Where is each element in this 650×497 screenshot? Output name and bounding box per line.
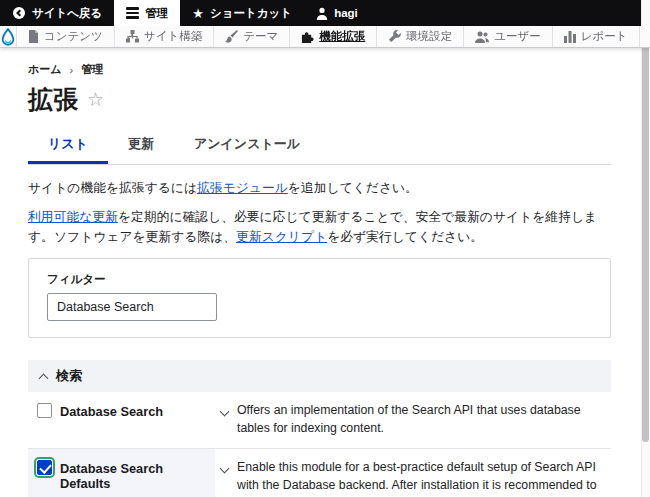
vertical-scrollbar[interactable] (641, 0, 650, 497)
menu-item-reports[interactable]: レポート (552, 26, 639, 47)
section-title: 検索 (56, 367, 82, 385)
menu-item-label: レポート (581, 29, 628, 44)
shortcuts-button[interactable]: ★ ショートカット (180, 0, 304, 26)
structure-icon (126, 30, 139, 43)
menu-item-configuration[interactable]: 環境設定 (376, 26, 463, 47)
back-arrow-icon (12, 6, 26, 20)
collapse-chevron-icon (39, 374, 49, 384)
extend-modules-link[interactable]: 拡張モジュール (197, 180, 288, 195)
back-to-site-label: サイトへ戻る (32, 6, 102, 21)
intro-paragraph-2: 利用可能な更新を定期的に確認し、必要に応じて更新することで、安全で最新のサイトを… (28, 207, 611, 247)
breadcrumb-current: 管理 (81, 62, 103, 77)
admin-toolbar: サイトへ戻る 管理 ★ ショートカット hagi (0, 0, 650, 26)
tab-uninstall[interactable]: アンインストール (174, 126, 320, 164)
intro-text-segment: を必ず実行してください。 (327, 229, 483, 244)
menu-item-label: 環境設定 (406, 29, 452, 44)
brush-icon (225, 30, 238, 43)
user-icon (316, 7, 328, 20)
menu-item-help[interactable]: ? ヘルプ (639, 26, 650, 47)
menu-item-extend[interactable]: 機能拡張 (289, 26, 376, 47)
update-script-link[interactable]: 更新スクリプト (236, 229, 327, 244)
hamburger-icon (126, 5, 139, 21)
manage-menu-button[interactable]: 管理 (114, 0, 180, 26)
shortcuts-label: ショートカット (210, 6, 292, 21)
filter-input[interactable] (47, 293, 217, 321)
page-title: 拡張 (28, 83, 79, 116)
username-label: hagi (334, 7, 358, 19)
expand-chevron-icon[interactable] (220, 407, 230, 417)
favorite-star-icon[interactable]: ☆ (87, 90, 104, 109)
bar-chart-icon (564, 31, 576, 43)
page-content: ホーム › 管理 拡張 ☆ リスト 更新 アンインストール サイトの機能を拡張す… (0, 48, 650, 497)
menu-item-structure[interactable]: サイト構築 (114, 26, 213, 47)
breadcrumb: ホーム › 管理 (28, 62, 611, 77)
menu-item-label: ユーザー (494, 29, 541, 44)
wrench-icon (388, 30, 401, 43)
puzzle-icon (301, 30, 314, 43)
menu-item-people[interactable]: ユーザー (463, 26, 552, 47)
people-icon (475, 31, 489, 43)
intro-text: サイトの機能を拡張するには拡張モジュールを追加してください。 利用可能な更新を定… (28, 178, 611, 246)
section-header-search[interactable]: 検索 (28, 360, 611, 392)
menu-item-label: サイト構築 (144, 29, 202, 44)
module-row-database-search: Database Search Offers an implementation… (28, 392, 611, 449)
filter-label: フィルター (47, 272, 592, 287)
module-checkbox[interactable] (37, 403, 52, 418)
back-to-site-button[interactable]: サイトへ戻る (0, 0, 114, 26)
primary-tabs: リスト 更新 アンインストール (28, 126, 611, 165)
tab-update[interactable]: 更新 (108, 126, 174, 164)
intro-paragraph-1: サイトの機能を拡張するには拡張モジュールを追加してください。 (28, 178, 611, 198)
filter-fieldset: フィルター (28, 258, 611, 338)
manage-label: 管理 (145, 6, 168, 21)
module-row-database-search-defaults: Database Search Defaults Enable this mod… (28, 449, 611, 497)
menu-item-label: 機能拡張 (319, 29, 365, 44)
intro-text-segment: サイトの機能を拡張するには (28, 180, 197, 195)
module-description: Enable this module for a best-practice d… (237, 459, 607, 497)
module-name: Database Search (60, 392, 215, 448)
drupal-logo[interactable] (0, 26, 16, 47)
intro-text-segment: を追加してください。 (288, 180, 418, 195)
menu-item-label: テーマ (243, 29, 278, 44)
module-description: Offers an implementation of the Search A… (237, 402, 607, 438)
module-name: Database Search Defaults (60, 449, 215, 497)
menu-item-label: コンテンツ (44, 29, 103, 44)
breadcrumb-home-link[interactable]: ホーム (28, 62, 62, 77)
tab-list[interactable]: リスト (28, 126, 108, 164)
document-icon (28, 30, 39, 43)
star-icon: ★ (192, 7, 204, 20)
breadcrumb-separator: › (70, 64, 74, 76)
menu-item-content[interactable]: コンテンツ (16, 26, 114, 47)
user-account-button[interactable]: hagi (304, 0, 370, 26)
scrollbar-thumb[interactable] (642, 30, 649, 442)
menu-item-appearance[interactable]: テーマ (213, 26, 289, 47)
available-updates-link[interactable]: 利用可能な更新 (28, 209, 118, 224)
expand-chevron-icon[interactable] (220, 464, 230, 474)
module-checkbox[interactable] (37, 460, 52, 475)
admin-menu-bar: コンテンツ サイト構築 テーマ 機能拡張 環境設定 ユーザー レ (0, 26, 650, 48)
